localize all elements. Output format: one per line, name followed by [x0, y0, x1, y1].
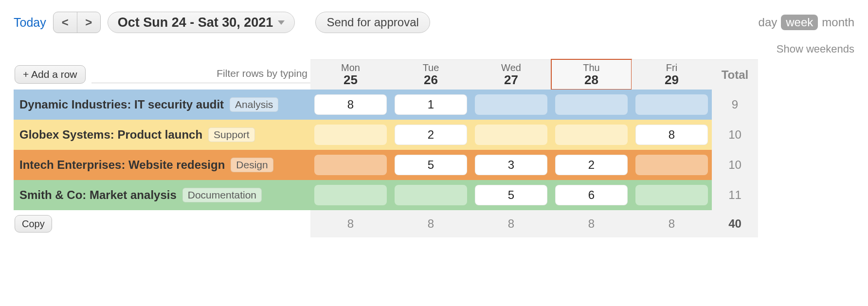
grand-total: 40	[712, 210, 758, 237]
date-range-text: Oct Sun 24 - Sat 30, 2021	[118, 15, 273, 30]
footer-controls: Copy	[14, 210, 310, 237]
day-abbr: Thu	[583, 62, 599, 73]
total-header: Total	[712, 59, 758, 90]
timesheet-grid: + Add a row Mon25Tue26Wed27Thu28Fri29Tot…	[14, 59, 854, 237]
day-abbr: Fri	[666, 62, 677, 73]
time-input[interactable]	[555, 94, 628, 115]
toolbar: Today < > Oct Sun 24 - Sat 30, 2021 Send…	[14, 12, 854, 33]
show-weekends-toggle[interactable]: Show weekends	[14, 43, 854, 55]
time-input[interactable]	[635, 185, 708, 205]
time-cell: 8	[632, 120, 712, 150]
time-input[interactable]	[475, 94, 547, 115]
column-total: 8	[632, 210, 712, 237]
activity-tag[interactable]: Analysis	[230, 97, 278, 112]
day-abbr: Mon	[341, 62, 360, 73]
project-name: Smith & Co: Market analysis	[19, 188, 177, 202]
time-input[interactable]: 6	[555, 185, 628, 205]
activity-tag[interactable]: Documentation	[182, 188, 262, 202]
time-cell: 3	[471, 150, 551, 180]
date-nav-group: < >	[53, 12, 101, 33]
day-num: 25	[344, 72, 358, 88]
day-header[interactable]: Tue26	[391, 59, 471, 90]
time-input[interactable]	[635, 94, 708, 115]
day-abbr: Wed	[501, 62, 521, 73]
time-cell: 2	[551, 150, 632, 180]
time-cell	[632, 150, 712, 180]
view-switch: day week month	[759, 15, 854, 30]
column-total: 8	[391, 210, 471, 237]
column-total: 8	[310, 210, 391, 237]
row-total: 10	[712, 150, 758, 180]
filter-input[interactable]	[91, 66, 311, 83]
time-cell: 2	[391, 120, 471, 150]
day-abbr: Tue	[423, 62, 439, 73]
time-cell: 6	[551, 180, 632, 210]
time-cell	[471, 90, 551, 120]
time-cell: 5	[471, 180, 551, 210]
day-num: 29	[665, 72, 679, 88]
time-input[interactable]: 5	[395, 155, 467, 175]
time-input[interactable]	[475, 125, 547, 145]
time-cell	[391, 180, 471, 210]
time-cell	[310, 180, 391, 210]
timesheet-app: Today < > Oct Sun 24 - Sat 30, 2021 Send…	[0, 0, 868, 251]
row-label[interactable]: Intech Enterprises: Website redesignDesi…	[14, 150, 310, 180]
day-num: 26	[424, 72, 438, 88]
day-header[interactable]: Fri29	[632, 59, 712, 90]
time-cell	[632, 90, 712, 120]
time-input[interactable]: 3	[475, 155, 547, 175]
row-total: 10	[712, 120, 758, 150]
activity-tag[interactable]: Design	[231, 158, 273, 172]
project-name: Dynamic Industries: IT security audit	[19, 98, 224, 111]
time-input[interactable]: 5	[475, 185, 547, 205]
view-day[interactable]: day	[759, 16, 778, 29]
time-input[interactable]: 1	[395, 94, 467, 115]
day-header[interactable]: Thu28	[551, 59, 632, 90]
row-total: 11	[712, 180, 758, 210]
add-row-button[interactable]: + Add a row	[15, 65, 86, 84]
time-cell	[471, 120, 551, 150]
time-input[interactable]	[314, 125, 387, 145]
time-cell	[310, 150, 391, 180]
day-num: 27	[504, 72, 518, 88]
time-input[interactable]: 8	[314, 94, 387, 115]
column-total: 8	[471, 210, 551, 237]
time-cell	[551, 120, 632, 150]
today-link[interactable]: Today	[14, 16, 46, 30]
next-button[interactable]: >	[77, 12, 100, 33]
day-header[interactable]: Wed27	[471, 59, 551, 90]
row-controls: + Add a row	[14, 59, 310, 90]
row-label[interactable]: Globex Systems: Product launchSupport	[14, 120, 310, 150]
project-name: Globex Systems: Product launch	[19, 128, 202, 142]
project-name: Intech Enterprises: Website redesign	[19, 158, 225, 172]
time-input[interactable]	[555, 125, 628, 145]
time-input[interactable]	[314, 155, 387, 175]
time-cell: 5	[391, 150, 471, 180]
send-for-approval-button[interactable]: Send for approval	[315, 12, 430, 33]
time-cell	[632, 180, 712, 210]
time-input[interactable]: 2	[555, 155, 628, 175]
row-label[interactable]: Dynamic Industries: IT security auditAna…	[14, 90, 310, 120]
copy-button[interactable]: Copy	[15, 215, 52, 233]
time-cell	[310, 120, 391, 150]
view-month[interactable]: month	[822, 16, 854, 29]
time-input[interactable]	[635, 155, 708, 175]
time-input[interactable]: 8	[635, 125, 708, 145]
date-range-picker[interactable]: Oct Sun 24 - Sat 30, 2021	[108, 12, 295, 33]
row-total: 9	[712, 90, 758, 120]
caret-down-icon	[278, 20, 285, 25]
time-cell: 8	[310, 90, 391, 120]
time-input[interactable]	[314, 185, 387, 205]
time-input[interactable]	[395, 185, 467, 205]
row-label[interactable]: Smith & Co: Market analysisDocumentation	[14, 180, 310, 210]
prev-button[interactable]: <	[54, 12, 77, 33]
time-input[interactable]: 2	[395, 125, 467, 145]
column-total: 8	[551, 210, 632, 237]
time-cell: 1	[391, 90, 471, 120]
activity-tag[interactable]: Support	[208, 127, 255, 142]
time-cell	[551, 90, 632, 120]
day-num: 28	[584, 72, 598, 88]
view-week[interactable]: week	[781, 15, 818, 30]
day-header[interactable]: Mon25	[310, 59, 391, 90]
